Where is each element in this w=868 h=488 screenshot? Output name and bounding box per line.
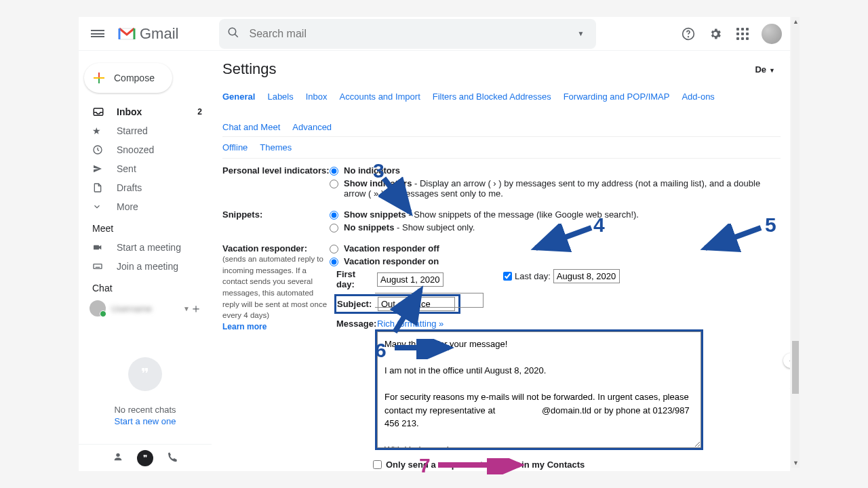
apps-icon[interactable] [734,26,751,42]
nav-label: Drafts [117,182,142,193]
svg-rect-6 [94,264,102,269]
row-label: Snippets: [222,209,330,235]
learn-more-link[interactable]: Learn more [222,322,267,331]
new-chat-icon[interactable]: ＋ [190,300,202,317]
video-icon [92,241,106,254]
search-icon[interactable] [227,26,239,41]
subject-label: Subject: [337,299,374,309]
nav-inbox[interactable]: Inbox 2 [79,102,212,121]
hangouts-icon[interactable]: ❞ [137,450,153,466]
meet-start[interactable]: Start a meeting [79,238,212,257]
search-input[interactable] [249,28,573,40]
first-day-input[interactable] [377,272,443,287]
phone-icon[interactable] [167,451,178,465]
tab-inbox[interactable]: Inbox [306,87,328,106]
brand-text: Gmail [140,25,178,43]
person-icon[interactable] [113,451,123,465]
opt-text: No indicators [344,165,400,176]
tab-forwarding[interactable]: Forwarding and POP/IMAP [564,87,670,106]
tab-offline[interactable]: Offline [222,137,248,158]
clock-icon [92,143,106,157]
radio-vacation-off[interactable] [330,245,338,253]
tab-advanced[interactable]: Advanced [292,118,332,136]
gmail-logo[interactable]: Gmail [118,25,178,43]
radio-no-snippets[interactable] [330,224,338,232]
nav-starred[interactable]: ★Starred [79,121,212,140]
opt-text: Vacation responder on [344,256,439,266]
user-avatar [90,300,106,317]
drafts-icon [92,181,106,195]
last-day-checkbox[interactable] [503,272,512,281]
svg-point-0 [229,28,237,35]
tab-general[interactable]: General [222,87,255,106]
settings-gear-icon[interactable] [707,26,724,42]
meet-section-title: Meet [79,216,212,238]
display-density-button[interactable]: De▼ [755,64,775,75]
radio-no-indicators[interactable] [330,167,338,176]
only-contacts-row: Only send a response to people in my Con… [373,460,775,470]
compose-button[interactable]: Compose [84,63,172,93]
scroll-thumb[interactable] [792,341,799,394]
search-options-icon[interactable]: ▼ [574,30,589,37]
chevron-down-icon[interactable]: ▼ [183,305,190,312]
chat-user-row[interactable]: Username ▼ ＋ [90,300,202,317]
opt-text: Vacation responder off [344,243,439,253]
section-scrollbar[interactable]: ▲ ▼ [789,52,790,394]
scroll-up-icon[interactable]: ▲ [789,52,790,59]
scroll-down-icon[interactable]: ▼ [793,460,799,466]
support-icon[interactable] [680,26,696,42]
bottom-icons: ❞ [79,444,212,471]
radio-show-indicators[interactable] [330,180,338,188]
tab-chatmeet[interactable]: Chat and Meet [222,118,280,136]
row-vacation: Vacation responder: (sends an automated … [222,243,775,471]
chat-section-title: Chat [79,276,212,298]
nav-snoozed[interactable]: Snoozed [79,140,212,159]
chevron-down-icon [92,200,106,214]
annotation-4: 4 [593,214,605,237]
inbox-icon [92,105,106,119]
message-textarea[interactable] [377,331,701,448]
account-avatar[interactable] [762,24,782,44]
start-new-link[interactable]: Start a new one [92,416,198,426]
compose-label: Compose [114,73,155,83]
meet-join[interactable]: Join a meeting [79,257,212,276]
tab-filters[interactable]: Filters and Blocked Addresses [433,87,551,106]
scroll-down-icon[interactable]: ▼ [789,387,790,394]
tab-addons[interactable]: Add-ons [682,87,714,106]
annotation-3: 3 [373,159,384,182]
nav-sent[interactable]: Sent [79,159,212,178]
star-icon: ★ [92,124,106,138]
tab-themes[interactable]: Themes [260,137,292,158]
first-day-label: First day: [336,269,373,289]
plus-icon [94,73,104,83]
svg-rect-5 [94,245,99,250]
tab-labels[interactable]: Labels [267,87,293,106]
annotation-6: 6 [375,339,387,362]
chat-bubble-icon: ❞ [128,357,162,391]
menu-icon[interactable] [90,26,106,42]
page-title: Settings [222,60,277,78]
search-bar[interactable]: ▼ [219,19,596,49]
nav-label: Starred [117,125,148,136]
message-row: Message: Rich formatting » [336,319,775,450]
last-day-input[interactable] [553,269,620,283]
nav-more[interactable]: More [79,197,212,216]
nav-drafts[interactable]: Drafts [79,178,212,197]
radio-show-snippets[interactable] [330,211,338,220]
message-label: Message: [336,319,373,329]
settings-tabs-row2: Offline Themes [222,137,781,159]
nav-label: Inbox [117,106,142,117]
app-window: ▲ ▼ Gmail ▼ Compose [79,17,790,471]
main-scrollbar[interactable]: ▲ ▼ [791,17,800,468]
radio-vacation-on[interactable] [330,258,338,266]
only-contacts-checkbox[interactable] [373,460,382,469]
nav-label: Start a meeting [117,242,181,253]
svg-point-7 [116,453,119,456]
scroll-up-icon[interactable]: ▲ [793,18,799,25]
rich-formatting-link[interactable]: Rich formatting » [377,319,701,329]
subject-input-ext[interactable] [375,293,484,308]
chat-placeholder: ❞ No recent chats Start a new one [79,317,212,433]
tab-accounts[interactable]: Accounts and Import [340,87,420,106]
opt-text: Show snippets [344,209,406,220]
row-personal-level: Personal level indicators: No indicators… [222,165,775,201]
